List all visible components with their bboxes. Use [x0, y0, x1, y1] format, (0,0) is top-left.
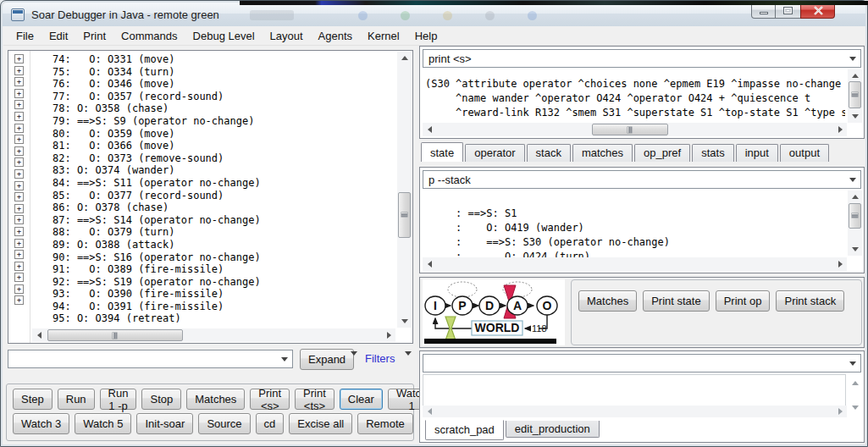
trace-row[interactable]: 74: O: O331 (move): [31, 53, 395, 66]
expand-plus-icon[interactable]: [14, 157, 24, 167]
expand-plus-icon[interactable]: [14, 250, 24, 259]
tab-input[interactable]: input: [736, 144, 778, 162]
trace-row[interactable]: 81: O: O366 (move): [31, 140, 395, 152]
trace-row[interactable]: 84: ==>S: S11 (operator no-change): [31, 177, 395, 190]
expand-plus-icon[interactable]: [14, 146, 24, 156]
chevron-down-icon[interactable]: [845, 50, 860, 67]
menu-kernel[interactable]: Kernel: [360, 28, 407, 44]
trace-row[interactable]: 92: ==>S: S19 (operator no-change): [31, 276, 395, 289]
tab-stats[interactable]: stats: [692, 144, 733, 162]
step-button[interactable]: Step: [13, 389, 53, 410]
command-combobox[interactable]: [8, 350, 293, 368]
scroll-up-arrow[interactable]: [848, 69, 862, 82]
expand-plus-icon[interactable]: [14, 112, 24, 121]
stack-command-combobox[interactable]: p --stack: [423, 170, 861, 189]
scroll-right-arrow[interactable]: [833, 406, 847, 417]
source-button[interactable]: Source: [198, 413, 250, 434]
trace-row[interactable]: 95: O: O394 (retreat): [31, 312, 395, 325]
expand-plus-icon[interactable]: [14, 204, 24, 213]
menu-edit[interactable]: Edit: [41, 28, 75, 44]
menu-agents[interactable]: Agents: [311, 28, 360, 44]
print-command-combobox[interactable]: print <s>: [423, 49, 861, 68]
expand-plus-icon[interactable]: [14, 77, 24, 86]
watch-5-button[interactable]: Watch 5: [75, 413, 131, 434]
expand-plus-icon[interactable]: [14, 66, 24, 75]
filters-dropdown-icon[interactable]: [405, 356, 412, 371]
output-horizontal-scrollbar[interactable]: [423, 123, 847, 136]
expand-button[interactable]: Expand: [300, 349, 354, 370]
print-state-panel[interactable]: print <s> (S30 ^attribute operator ^choi…: [419, 46, 865, 139]
stack-output[interactable]: : ==>S: S1 : O: O419 (wander) : ==>S: S3…: [425, 207, 845, 257]
scroll-down-arrow[interactable]: [848, 401, 862, 414]
expand-plus-icon[interactable]: [14, 135, 24, 144]
trace-row[interactable]: 76: O: O346 (move): [31, 78, 395, 91]
matches-quick-button[interactable]: Matches: [578, 290, 637, 312]
scrollbar-thumb[interactable]: [47, 329, 183, 341]
trace-row[interactable]: 85: O: O377 (record-sound): [31, 190, 395, 202]
trace-row[interactable]: 82: O: O373 (remove-sound): [31, 152, 395, 165]
matches-button[interactable]: Matches: [186, 389, 245, 410]
print-op-button[interactable]: Print op: [716, 290, 771, 312]
scrollbar-thumb[interactable]: [849, 81, 861, 108]
tab-output[interactable]: output: [780, 144, 829, 162]
expand-plus-icon[interactable]: [14, 295, 24, 305]
clear-button[interactable]: Clear: [340, 389, 383, 410]
tab-stack[interactable]: stack: [527, 144, 571, 162]
expand-plus-icon[interactable]: [14, 54, 24, 63]
run-1-p-button[interactable]: Run 1 -p: [100, 389, 137, 410]
trace-row[interactable]: 79: ==>S: S9 (operator no-change): [31, 115, 395, 128]
expand-plus-icon[interactable]: [14, 192, 24, 201]
expand-plus-icon[interactable]: [14, 124, 24, 133]
scratch-pad-panel[interactable]: scratch_pad edit_production: [419, 350, 865, 443]
scroll-left-arrow[interactable]: [423, 406, 436, 417]
scrollbar-thumb[interactable]: [849, 203, 861, 229]
trace-rows[interactable]: 74: O: O331 (move) 75: O: O334 (turn) 76…: [31, 53, 395, 326]
filters-link[interactable]: Filters: [365, 352, 395, 365]
expand-dropdown-icon[interactable]: [351, 356, 357, 371]
expand-plus-icon[interactable]: [14, 181, 24, 190]
scroll-left-arrow[interactable]: [32, 328, 46, 342]
scroll-left-arrow[interactable]: [423, 257, 436, 271]
trace-row[interactable]: 93: O: O390 (fire-missile): [31, 288, 395, 301]
tab-scratch-pad[interactable]: scratch_pad: [425, 420, 504, 440]
scratch-combobox[interactable]: [423, 354, 861, 372]
menu-print[interactable]: Print: [75, 28, 113, 44]
expand-plus-icon[interactable]: [14, 273, 24, 282]
trace-row[interactable]: 75: O: O334 (turn): [31, 66, 395, 79]
tab-edit-production[interactable]: edit_production: [506, 421, 600, 438]
scroll-up-arrow[interactable]: [848, 377, 862, 389]
trace-row[interactable]: 80: O: O359 (move): [31, 128, 395, 141]
expand-plus-icon[interactable]: [14, 89, 24, 98]
trace-row[interactable]: 91: O: O389 (fire-missile): [31, 263, 395, 276]
tab-matches[interactable]: matches: [572, 144, 633, 162]
stack-vertical-scrollbar[interactable]: [848, 190, 862, 256]
scroll-right-arrow[interactable]: [833, 257, 847, 271]
excise-all-button[interactable]: Excise all: [289, 413, 352, 434]
trace-row[interactable]: 94: O: O391 (fire-missile): [31, 301, 395, 313]
menu-debug-level[interactable]: Debug Level: [185, 28, 263, 44]
tree-vertical-scrollbar[interactable]: [397, 52, 412, 328]
expand-plus-icon[interactable]: [14, 239, 24, 248]
stack-horizontal-scrollbar[interactable]: [423, 257, 847, 271]
watch-3-button[interactable]: Watch 3: [13, 413, 69, 434]
cd-button[interactable]: cd: [256, 413, 285, 434]
chevron-down-icon[interactable]: [845, 355, 860, 372]
menu-commands[interactable]: Commands: [113, 28, 185, 44]
expand-plus-icon[interactable]: [14, 262, 24, 271]
output-vertical-scrollbar[interactable]: [848, 69, 862, 123]
stack-panel[interactable]: p --stack : ==>S: S1 : O: O419 (wander) …: [419, 167, 865, 273]
remote-button[interactable]: Remote: [357, 413, 413, 434]
print-s-button[interactable]: Print <s>: [250, 389, 290, 410]
expand-plus-icon[interactable]: [14, 227, 24, 236]
scratch-horizontal-scrollbar[interactable]: [423, 406, 847, 417]
trace-row[interactable]: 83: O: O374 (wander): [31, 164, 395, 177]
print-state-button[interactable]: Print state: [643, 290, 710, 312]
scroll-right-arrow[interactable]: [382, 328, 395, 342]
tree-horizontal-scrollbar[interactable]: [32, 328, 395, 342]
scroll-up-arrow[interactable]: [397, 52, 412, 64]
scroll-down-arrow[interactable]: [397, 315, 412, 328]
trace-row[interactable]: 78: O: O358 (chase): [31, 102, 395, 115]
expand-plus-icon[interactable]: [14, 215, 24, 224]
trace-row[interactable]: 88: O: O379 (turn): [31, 226, 395, 239]
tab-operator[interactable]: operator: [465, 144, 524, 162]
